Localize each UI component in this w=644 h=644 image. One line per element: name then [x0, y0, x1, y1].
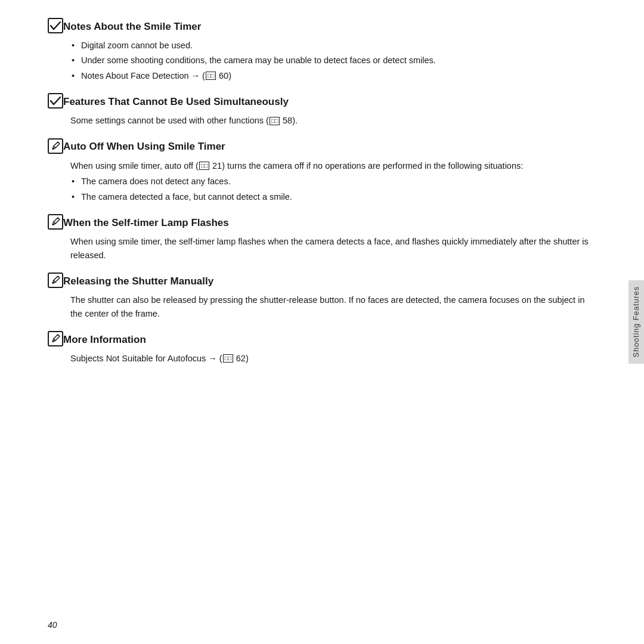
bullet-list: Digital zoom cannot be used. Under some … — [70, 39, 596, 82]
pencil-icon — [48, 138, 63, 156]
ref-icon: □□ — [199, 162, 209, 170]
page-container: Notes About the Smile Timer Digital zoom… — [0, 0, 644, 644]
ref-icon: □□ — [206, 72, 216, 80]
section-features-simultaneous: Features That Cannot Be Used Simultaneou… — [48, 93, 596, 127]
section-header: Releasing the Shutter Manually — [48, 273, 596, 290]
section-body: When using smile timer, the self-timer l… — [70, 235, 596, 262]
pencil-icon — [48, 273, 63, 290]
section-title: More Information — [63, 334, 146, 346]
svg-line-3 — [54, 146, 55, 148]
section-self-timer-lamp: When the Self-timer Lamp Flashes When us… — [48, 214, 596, 262]
section-more-information: More Information Subjects Not Suitable f… — [48, 331, 596, 365]
section-body: When using smile timer, auto off (□□ 21)… — [70, 159, 596, 203]
svg-rect-8 — [48, 273, 63, 287]
pencil-icon — [48, 214, 63, 231]
section-header: Auto Off When Using Smile Timer — [48, 138, 596, 156]
svg-line-12 — [54, 339, 55, 340]
body-text: Subjects Not Suitable for Autofocus → (□… — [70, 352, 596, 365]
svg-rect-11 — [48, 332, 63, 346]
section-auto-off: Auto Off When Using Smile Timer When usi… — [48, 138, 596, 203]
list-item: Under some shooting conditions, the came… — [70, 54, 596, 67]
body-text: The shutter can also be released by pres… — [70, 293, 596, 320]
section-releasing-shutter: Releasing the Shutter Manually The shutt… — [48, 273, 596, 320]
section-title: When the Self-timer Lamp Flashes — [63, 217, 229, 229]
list-item: Notes About Face Detection → (□□ 60) — [70, 69, 596, 82]
ref-icon: □□ — [270, 117, 280, 125]
list-item: Digital zoom cannot be used. — [70, 39, 596, 52]
pencil-icon — [48, 331, 63, 348]
page-number: 40 — [48, 620, 57, 630]
section-title: Features That Cannot Be Used Simultaneou… — [63, 96, 289, 108]
body-text: When using smile timer, the self-timer l… — [70, 235, 596, 262]
list-item: The camera detected a face, but cannot d… — [70, 190, 596, 203]
svg-line-6 — [54, 222, 55, 224]
section-header: Notes About the Smile Timer — [48, 18, 596, 35]
list-item: The camera does not detect any faces. — [70, 175, 596, 188]
bullet-list: The camera does not detect any faces. Th… — [70, 175, 596, 203]
body-text: When using smile timer, auto off (□□ 21)… — [70, 159, 596, 172]
section-header: When the Self-timer Lamp Flashes — [48, 214, 596, 231]
svg-rect-5 — [48, 215, 63, 229]
ref-icon: □□ — [223, 354, 233, 363]
svg-line-9 — [54, 280, 55, 282]
section-body: Some settings cannot be used with other … — [70, 114, 596, 127]
section-body: Digital zoom cannot be used. Under some … — [70, 39, 596, 82]
check-icon — [48, 18, 63, 35]
section-body: Subjects Not Suitable for Autofocus → (□… — [70, 352, 596, 365]
check-icon — [48, 93, 63, 110]
section-header: Features That Cannot Be Used Simultaneou… — [48, 93, 596, 110]
svg-rect-2 — [48, 139, 63, 153]
section-title: Releasing the Shutter Manually — [63, 275, 213, 287]
section-title: Auto Off When Using Smile Timer — [63, 141, 225, 153]
section-title: Notes About the Smile Timer — [63, 21, 201, 33]
sidebar-tab: Shooting Features — [628, 280, 644, 364]
section-header: More Information — [48, 331, 596, 348]
section-notes-smile-timer: Notes About the Smile Timer Digital zoom… — [48, 18, 596, 82]
section-body: The shutter can also be released by pres… — [70, 293, 596, 320]
sidebar-label: Shooting Features — [632, 286, 640, 357]
